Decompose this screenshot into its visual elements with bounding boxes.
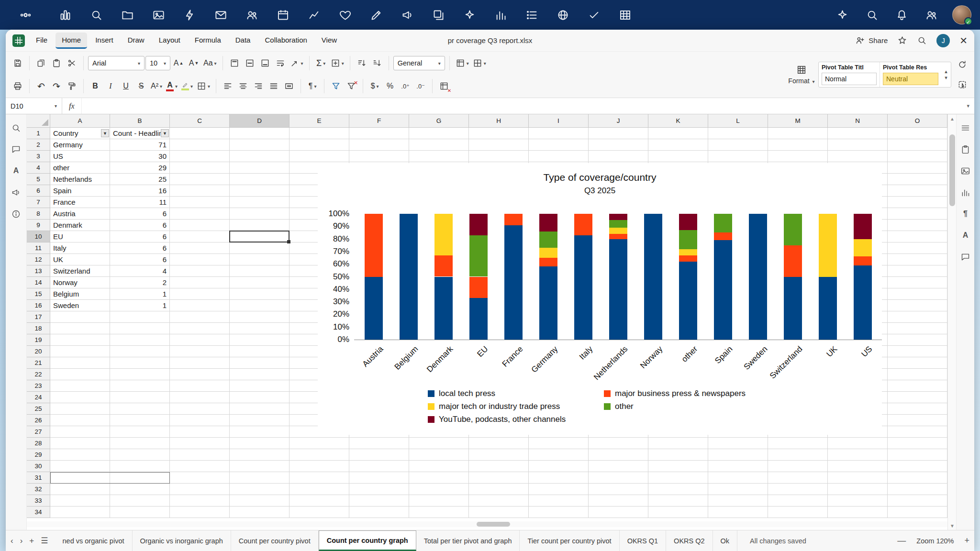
cell-C31[interactable]	[170, 472, 230, 484]
app-announcements[interactable]	[399, 6, 416, 23]
row-header-4[interactable]: 4	[27, 162, 50, 174]
row-header-17[interactable]: 17	[27, 311, 50, 323]
currency-format-button[interactable]: $▾	[368, 78, 382, 94]
cell-O26[interactable]	[888, 415, 947, 426]
cell-O24[interactable]	[888, 392, 947, 403]
cell-K34[interactable]	[648, 507, 708, 518]
cell-O17[interactable]	[888, 311, 947, 323]
app-files[interactable]	[119, 6, 136, 23]
cell-C16[interactable]	[170, 300, 230, 311]
zoom-in-button[interactable]: +	[964, 536, 969, 546]
cell-A26[interactable]	[50, 415, 110, 426]
cell-J3[interactable]	[589, 151, 648, 162]
cell-A34[interactable]	[50, 507, 110, 518]
cell-B11[interactable]: 6	[110, 242, 170, 254]
cell-G29[interactable]	[409, 449, 469, 461]
cell-L29[interactable]	[708, 449, 768, 461]
cell-N31[interactable]	[828, 472, 888, 484]
cell-A8[interactable]: Austria	[50, 208, 110, 220]
cell-B32[interactable]	[110, 484, 170, 495]
cell-O18[interactable]	[888, 323, 947, 334]
cell-A3[interactable]: US	[50, 151, 110, 162]
cell-C26[interactable]	[170, 415, 230, 426]
cell-N32[interactable]	[828, 484, 888, 495]
select-all-corner[interactable]	[27, 114, 50, 128]
cell-A1[interactable]: Country▼	[50, 128, 110, 139]
cell-J1[interactable]	[589, 128, 648, 139]
sort-descending-button[interactable]	[370, 55, 384, 71]
cell-O2[interactable]	[888, 139, 947, 151]
cell-E32[interactable]	[290, 484, 349, 495]
refresh-button[interactable]	[955, 56, 969, 73]
cell-B29[interactable]	[110, 449, 170, 461]
cell-D22[interactable]	[230, 369, 290, 380]
next-sheet-button[interactable]: ›	[20, 536, 23, 546]
cell-B2[interactable]: 71	[110, 139, 170, 151]
cell-K31[interactable]	[648, 472, 708, 484]
horizontal-scroll-thumb[interactable]	[477, 522, 510, 527]
cell-G28[interactable]	[409, 438, 469, 449]
cell-O5[interactable]	[888, 174, 947, 185]
cell-A9[interactable]: Denmark	[50, 220, 110, 231]
notifications-button[interactable]	[893, 6, 910, 23]
cell-B28[interactable]	[110, 438, 170, 449]
cell-I33[interactable]	[529, 495, 589, 507]
spellcheck-button[interactable]: A	[11, 165, 22, 176]
assistant-button[interactable]	[834, 6, 851, 23]
contacts-menu-button[interactable]	[923, 6, 940, 23]
cell-C27[interactable]	[170, 426, 230, 438]
sheet-tab-count-per-country-graph[interactable]: Count per country graph	[319, 530, 416, 551]
cell-A32[interactable]	[50, 484, 110, 495]
paragraph-button[interactable]: ¶	[960, 208, 971, 220]
cell-D14[interactable]	[230, 277, 290, 288]
col-header-K[interactable]: K	[648, 114, 708, 128]
cell-A33[interactable]	[50, 495, 110, 507]
app-photos[interactable]	[150, 6, 167, 23]
number-format-select[interactable]: General▾	[393, 56, 445, 70]
cell-B5[interactable]: 25	[110, 174, 170, 185]
cell-B18[interactable]	[110, 323, 170, 334]
clipboard-button[interactable]	[960, 143, 971, 155]
cell-D20[interactable]	[230, 346, 290, 357]
cell-M31[interactable]	[768, 472, 828, 484]
cell-M30[interactable]	[768, 461, 828, 472]
cell-B8[interactable]: 6	[110, 208, 170, 220]
cell-C24[interactable]	[170, 392, 230, 403]
cell-L2[interactable]	[708, 139, 768, 151]
row-header-23[interactable]: 23	[27, 380, 50, 392]
row-header-16[interactable]: 16	[27, 300, 50, 311]
row-header-9[interactable]: 9	[27, 220, 50, 231]
cell-O31[interactable]	[888, 472, 947, 484]
cell-C5[interactable]	[170, 174, 230, 185]
app-charts[interactable]	[492, 6, 509, 23]
col-header-O[interactable]: O	[888, 114, 947, 128]
cell-B21[interactable]	[110, 357, 170, 369]
align-bottom-button[interactable]	[258, 55, 272, 71]
remove-decimal-button[interactable]: .0⁻	[413, 78, 428, 94]
cell-H29[interactable]	[469, 449, 529, 461]
app-approvals[interactable]	[585, 6, 602, 23]
app-contacts[interactable]	[243, 6, 260, 23]
cell-O16[interactable]	[888, 300, 947, 311]
cell-B25[interactable]	[110, 403, 170, 415]
cell-C15[interactable]	[170, 288, 230, 300]
menu-home[interactable]: Home	[56, 33, 87, 49]
undo-button[interactable]: ↶	[34, 78, 48, 94]
cell-A12[interactable]: UK	[50, 254, 110, 265]
cell-H30[interactable]	[469, 461, 529, 472]
style-gallery-more-button[interactable]: ▴▾	[941, 62, 951, 87]
row-header-11[interactable]: 11	[27, 242, 50, 254]
cell-C34[interactable]	[170, 507, 230, 518]
row-header-14[interactable]: 14	[27, 277, 50, 288]
nextcloud-logo[interactable]	[9, 5, 42, 24]
cell-H1[interactable]	[469, 128, 529, 139]
cell-O12[interactable]	[888, 254, 947, 265]
cell-H2[interactable]	[469, 139, 529, 151]
cell-O23[interactable]	[888, 380, 947, 392]
cell-A6[interactable]: Spain	[50, 185, 110, 197]
cell-K32[interactable]	[648, 484, 708, 495]
cell-F34[interactable]	[349, 507, 409, 518]
cell-M34[interactable]	[768, 507, 828, 518]
cell-B23[interactable]	[110, 380, 170, 392]
row-header-5[interactable]: 5	[27, 174, 50, 185]
